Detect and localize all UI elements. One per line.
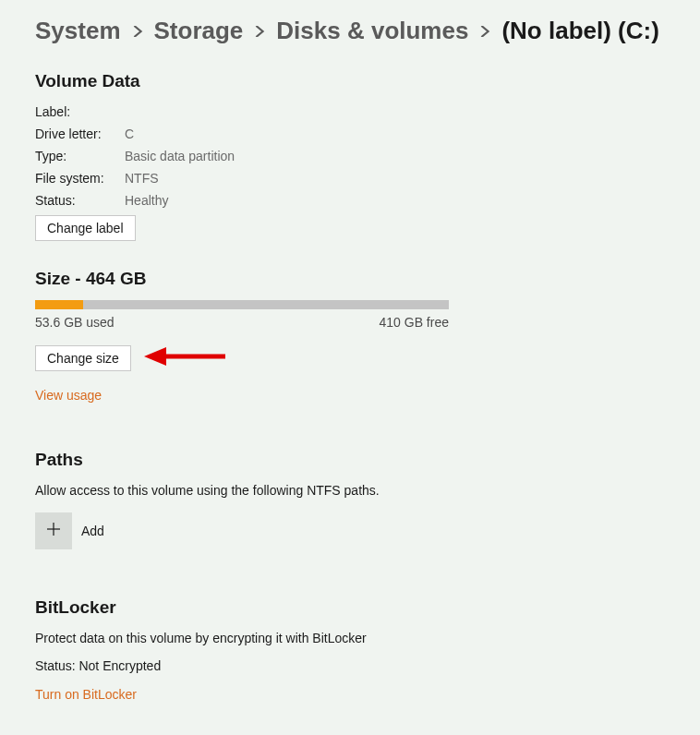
file-system-label: File system:	[35, 171, 125, 186]
bitlocker-status: Status: Not Encrypted	[35, 658, 665, 673]
bitlocker-heading: BitLocker	[35, 597, 665, 618]
svg-marker-1	[144, 347, 166, 366]
bitlocker-section: BitLocker Protect data on this volume by…	[35, 597, 665, 703]
size-section: Size - 464 GB 53.6 GB used 410 GB free C…	[35, 269, 665, 404]
storage-used-label: 53.6 GB used	[35, 315, 115, 330]
paths-description: Allow access to this volume using the fo…	[35, 483, 665, 498]
breadcrumb: System Storage Disks & volumes (No label…	[35, 17, 665, 45]
breadcrumb-system[interactable]: System	[35, 17, 121, 45]
volume-data-heading: Volume Data	[35, 71, 665, 91]
paths-heading: Paths	[35, 450, 665, 470]
type-value: Basic data partition	[125, 149, 235, 163]
type-label: Type:	[35, 149, 125, 163]
turn-on-bitlocker-link[interactable]: Turn on BitLocker	[35, 687, 137, 702]
storage-free-label: 410 GB free	[380, 315, 450, 330]
storage-bar-fill	[35, 300, 83, 309]
annotation-arrow-icon	[144, 343, 227, 374]
storage-bar	[35, 300, 449, 309]
paths-section: Paths Allow access to this volume using …	[35, 450, 665, 549]
add-path-label: Add	[81, 524, 104, 538]
plus-icon	[46, 522, 61, 540]
add-path-button[interactable]	[35, 512, 72, 549]
status-value: Healthy	[125, 193, 168, 208]
chevron-right-icon	[245, 26, 274, 37]
volume-data-list: Label: Drive letter: C Type: Basic data …	[35, 104, 665, 208]
bitlocker-description: Protect data on this volume by encryptin…	[35, 631, 665, 645]
status-label: Status:	[35, 193, 125, 208]
label-label: Label:	[35, 104, 125, 119]
drive-letter-value: C	[125, 127, 134, 141]
change-size-button[interactable]: Change size	[35, 345, 131, 371]
chevron-right-icon	[123, 26, 152, 37]
breadcrumb-storage[interactable]: Storage	[154, 17, 244, 45]
size-heading: Size - 464 GB	[35, 269, 665, 289]
chevron-right-icon	[470, 26, 500, 37]
breadcrumb-current: (No label) (C:)	[501, 17, 658, 45]
change-label-button[interactable]: Change label	[35, 215, 136, 241]
drive-letter-label: Drive letter:	[35, 127, 125, 141]
view-usage-link[interactable]: View usage	[35, 388, 102, 403]
file-system-value: NTFS	[125, 171, 159, 186]
breadcrumb-disks[interactable]: Disks & volumes	[276, 17, 468, 45]
